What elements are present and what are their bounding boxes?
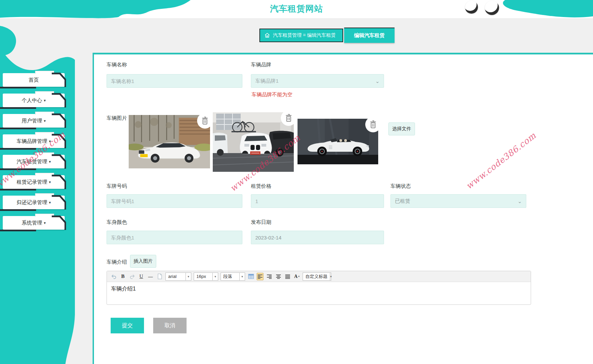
caret-down-icon: ▾ [44,119,46,123]
brand-error-message: 车辆品牌不能为空 [252,92,292,98]
delete-image-1-button[interactable] [197,113,213,129]
caret-down-icon: ▾ [49,200,51,205]
dropdown-caret-icon: ▾ [298,275,300,278]
underline-button[interactable]: U [138,273,145,280]
dropdown-caret-icon: ▾ [212,273,218,280]
vehicle-brand-select[interactable]: 车辆品牌1 ⌄ [251,74,384,88]
delete-image-2-button[interactable] [281,110,296,126]
body-color-input[interactable] [107,231,242,244]
publish-date-label: 发布日期 [251,219,271,226]
delete-image-3-button[interactable] [365,117,381,132]
sidebar: 首页 个人中心 ▾ 用户管理 ▾ 车辆品牌管理 ▾ 汽车租赁管理 ▾ [3,73,65,230]
caret-down-icon: ▾ [49,139,51,144]
align-right-button[interactable] [266,273,273,280]
vehicle-name-input[interactable] [107,74,242,88]
sidebar-item-label: 个人中心 [22,97,42,104]
undo-icon[interactable] [110,273,117,280]
cancel-button[interactable]: 取消 [153,318,187,333]
custom-title-value: 自定义标题 [303,273,330,280]
vehicle-images-label: 车辆图片 [107,115,127,121]
plate-number-input[interactable] [107,194,242,208]
caret-down-icon: ▾ [49,160,51,164]
vehicle-image-bmw-showroom [213,112,294,172]
publish-date-input[interactable] [251,231,384,244]
sidebar-item-label: 车辆品牌管理 [17,138,47,145]
corner-stroke [51,154,66,169]
caret-down-icon: ▾ [44,221,46,225]
font-family-value: arial [166,273,186,280]
sidebar-item-system-management[interactable]: 系统管理 ▾ [3,216,65,230]
caret-down-icon: ▾ [44,98,46,103]
rental-price-label: 租赁价格 [251,183,271,189]
chevron-down-icon: ⌄ [375,79,380,84]
sidebar-item-label: 首页 [29,77,39,83]
vehicle-name-label: 车辆名称 [107,62,127,68]
font-color-button[interactable]: A ▾ [293,273,300,280]
font-color-letter: A [294,274,298,279]
font-size-dropdown[interactable]: 16px ▾ [194,272,218,281]
font-family-dropdown[interactable]: arial ▾ [165,272,191,281]
chevron-down-icon: ⌄ [517,199,522,204]
trash-icon [201,117,209,125]
choose-file-button[interactable]: 选择文件 [388,122,415,135]
vehicle-status-select[interactable]: 已租赁 ⌄ [390,194,526,208]
form-panel [93,53,593,364]
corner-stroke [51,93,66,108]
breadcrumb[interactable]: 汽车租赁管理 = 编辑汽车租赁 [259,29,343,42]
corner-stroke [51,174,66,190]
tab-edit-rental[interactable]: 编辑汽车租赁 [344,28,395,43]
header-circle-button-2[interactable] [485,1,499,15]
paragraph-dropdown[interactable]: 段落 ▾ [221,272,245,281]
custom-title-dropdown[interactable]: 自定义标题 ▾ [303,272,331,281]
horizontal-rule-button[interactable]: — [147,273,154,280]
align-justify-button[interactable] [284,273,291,280]
vehicle-image-audi-outdoor [129,115,210,168]
breadcrumb-path: 汽车租赁管理 = 编辑汽车租赁 [273,32,336,38]
dropdown-caret-icon: ▾ [330,273,332,280]
corner-stroke [51,215,66,231]
insert-image-button[interactable]: 插入图片 [130,255,156,268]
header-circle-button-1[interactable] [465,1,478,14]
sidebar-item-brand-management[interactable]: 车辆品牌管理 ▾ [3,134,65,148]
align-left-button[interactable] [257,273,263,280]
rich-text-editor: B U — arial ▾ 16px ▾ 段落 ▾ [107,271,531,305]
editor-toolbar: B U — arial ▾ 16px ▾ 段落 ▾ [107,271,531,282]
align-center-button[interactable] [275,273,282,280]
corner-stroke [51,195,66,210]
site-title: 汽车租赁网站 [0,3,593,14]
plate-number-label: 车牌号码 [107,183,127,189]
corner-stroke [51,72,66,88]
dropdown-caret-icon: ▾ [186,273,191,280]
paragraph-value: 段落 [221,273,239,280]
sidebar-item-rental-management[interactable]: 汽车租赁管理 ▾ [3,155,65,168]
vehicle-intro-label: 车辆介绍 [107,259,127,265]
caret-down-icon: ▾ [49,180,51,184]
car-rental-admin-page: 汽车租赁网站 汽车租赁管理 = 编辑汽车租赁 编辑汽车租赁 首页 个人中心 ▾ … [0,0,593,364]
sidebar-item-home[interactable]: 首页 [3,73,65,87]
page-icon[interactable] [156,273,163,280]
trash-icon [285,114,292,122]
sidebar-item-label: 系统管理 [22,220,42,226]
vehicle-image-convertible-dark [298,119,378,164]
sidebar-item-return-records[interactable]: 归还记录管理 ▾ [3,196,65,209]
sidebar-item-label: 租赁记录管理 [17,179,47,185]
redo-icon[interactable] [129,273,135,280]
editor-content[interactable]: 车辆介绍1 [107,282,531,296]
sidebar-item-personal-center[interactable]: 个人中心 ▾ [3,94,65,107]
corner-stroke [51,113,66,129]
home-icon [264,32,270,38]
body-color-label: 车身颜色 [107,219,127,226]
trash-icon [369,120,377,129]
sidebar-item-label: 用户管理 [22,118,42,124]
vehicle-status-label: 车辆状态 [390,183,411,189]
sidebar-item-label: 汽车租赁管理 [17,159,47,165]
bold-button[interactable]: B [119,273,126,280]
vehicle-brand-value: 车辆品牌1 [255,78,278,84]
rental-price-input[interactable] [251,194,384,208]
dropdown-caret-icon: ▾ [239,273,245,280]
sidebar-item-rental-records[interactable]: 租赁记录管理 ▾ [3,175,65,189]
submit-button[interactable]: 提交 [111,318,144,333]
sidebar-item-user-management[interactable]: 用户管理 ▾ [3,114,65,128]
vehicle-brand-label: 车辆品牌 [251,62,271,68]
table-icon[interactable] [247,273,254,280]
